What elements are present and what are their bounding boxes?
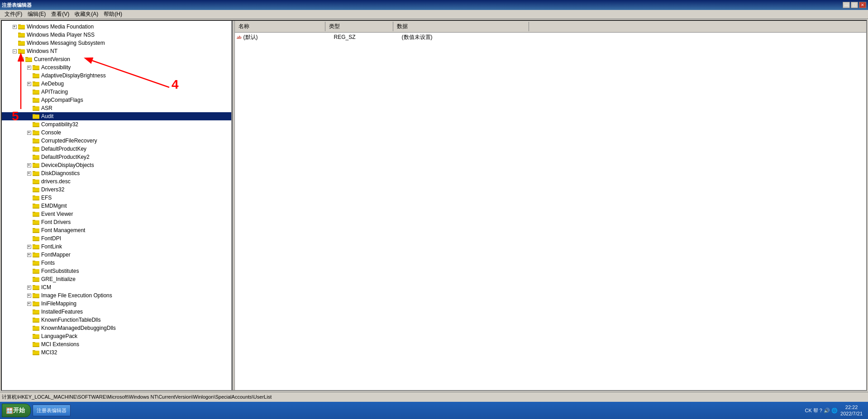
tree-item[interactable]: Windows Media Player NSS	[2, 31, 231, 39]
tree-item[interactable]: + IniFileMapping	[2, 300, 231, 308]
folder-icon	[33, 292, 40, 299]
expand-placeholder	[25, 316, 33, 324]
taskbar: 🪟 开始注册表编辑器CK 帮 ? 🔊 🌐 22:222022/7/21	[0, 402, 868, 419]
expand-button[interactable]: +	[25, 284, 33, 291]
tree-item[interactable]: − CurrentVersion	[2, 55, 231, 63]
svg-rect-76	[33, 164, 39, 167]
folder-icon	[33, 309, 40, 315]
tree-item[interactable]: APITracing	[2, 88, 231, 96]
tree-item[interactable]: InstalledFeatures	[2, 308, 231, 316]
tree-item[interactable]: + Image File Execution Options	[2, 291, 231, 300]
registry-row[interactable]: ab(默认)REG_SZ(数值未设置)	[235, 33, 866, 42]
tree-item[interactable]: + DeviceDisplayObjects	[2, 161, 231, 169]
tree-item[interactable]: LanguagePack	[2, 332, 231, 340]
tree-item[interactable]: Drivers32	[2, 186, 231, 194]
tree-item[interactable]: KnownFunctionTableDlls	[2, 316, 231, 324]
tree-item[interactable]: Fonts	[2, 259, 231, 267]
expand-button[interactable]: +	[25, 162, 33, 169]
tree-item[interactable]: KnownManagedDebuggingDlls	[2, 324, 231, 332]
tree-item-label: CorruptedFileRecovery	[41, 138, 97, 144]
column-header-名称[interactable]: 名称	[235, 22, 325, 31]
tree-item[interactable]: AppCompatFlags	[2, 96, 231, 104]
svg-marker-43	[33, 98, 35, 99]
svg-rect-40	[33, 91, 39, 94]
tree-item[interactable]: Windows Messaging Subsystem	[2, 39, 231, 47]
expand-button[interactable]: −	[18, 56, 25, 63]
tree-item[interactable]: DefaultProductKey2	[2, 153, 231, 161]
tree-item[interactable]: + Accessibility	[2, 63, 231, 71]
tree-item[interactable]: GRE_Initialize	[2, 275, 231, 283]
tree-item[interactable]: DefaultProductKey	[2, 145, 231, 153]
tree-item[interactable]: + DiskDiagnostics	[2, 169, 231, 177]
folder-icon	[33, 81, 40, 87]
tree-item-label: Accessibility	[41, 64, 71, 71]
folder-icon	[33, 317, 40, 323]
close-button[interactable]: ✕	[859, 2, 866, 8]
maximize-button[interactable]: □	[851, 2, 858, 8]
tree-item[interactable]: + AeDebug	[2, 80, 231, 88]
tree-item-label: EFS	[41, 195, 52, 201]
column-header-类型[interactable]: 类型	[325, 22, 393, 31]
tree-item[interactable]: FontSubstitutes	[2, 267, 231, 275]
menu-item-编辑(E)[interactable]: 编辑(E)	[25, 10, 48, 19]
expand-button[interactable]: +	[25, 300, 33, 307]
tree-item-label: DeviceDisplayObjects	[41, 162, 94, 168]
menu-item-查看(V)[interactable]: 查看(V)	[48, 10, 72, 19]
status-text: 计算机\HKEY_LOCAL_MACHINE\SOFTWARE\Microsof…	[2, 394, 272, 400]
expand-button[interactable]: +	[25, 243, 33, 250]
menu-item-收藏夹(A)[interactable]: 收藏夹(A)	[72, 10, 101, 19]
svg-marker-91	[33, 195, 35, 196]
start-button[interactable]: 🪟 开始	[2, 404, 31, 417]
svg-marker-163	[33, 342, 35, 343]
expand-button[interactable]: +	[25, 64, 33, 71]
expand-button[interactable]: +	[25, 251, 33, 258]
expand-button[interactable]: +	[25, 80, 33, 87]
tree-item[interactable]: Font Management	[2, 226, 231, 234]
expand-placeholder	[25, 210, 33, 218]
tree-item[interactable]: AdaptiveDisplayBrightness	[2, 71, 231, 80]
svg-rect-168	[33, 352, 39, 354]
tree-item[interactable]: CorruptedFileRecovery	[2, 137, 231, 145]
menu-item-文件(F)[interactable]: 文件(F)	[2, 10, 25, 19]
column-header-数据[interactable]: 数据	[393, 22, 529, 31]
folder-icon	[33, 146, 40, 152]
tree-item[interactable]: FontDPI	[2, 234, 231, 243]
expand-placeholder	[25, 276, 33, 283]
expand-button[interactable]: +	[11, 23, 18, 30]
tree-item[interactable]: Compatibility32	[2, 120, 231, 129]
expand-button[interactable]: −	[11, 48, 18, 55]
svg-marker-151	[33, 318, 35, 319]
folder-icon	[33, 333, 40, 339]
taskbar-window-button[interactable]: 注册表编辑器	[33, 405, 71, 416]
tree-item-label: FontMapper	[41, 252, 71, 258]
tree-item[interactable]: EFS	[2, 194, 231, 202]
menu-item-帮助(H)[interactable]: 帮助(H)	[101, 10, 125, 19]
tree-item-label: Image File Execution Options	[41, 292, 112, 299]
tree-item[interactable]: + Console	[2, 129, 231, 137]
svg-rect-80	[33, 172, 39, 175]
tree-item[interactable]: + FontMapper	[2, 251, 231, 259]
svg-rect-128	[33, 270, 39, 273]
tree-item[interactable]: MCI32	[2, 348, 231, 357]
tree-item[interactable]: + Windows Media Foundation	[2, 23, 231, 31]
tree-item[interactable]: MCI Extensions	[2, 340, 231, 348]
expand-placeholder	[25, 88, 33, 95]
expand-button[interactable]: +	[25, 129, 33, 136]
folder-icon	[33, 243, 40, 250]
expand-placeholder	[25, 145, 33, 152]
tree-item[interactable]: Font Drivers	[2, 218, 231, 226]
tree-item[interactable]: EMDMgmt	[2, 202, 231, 210]
tree-item[interactable]: Audit	[2, 112, 231, 120]
expand-button[interactable]: +	[25, 170, 33, 177]
tree-item[interactable]: Event Viewer	[2, 210, 231, 218]
tree-item[interactable]: + ICM	[2, 283, 231, 291]
svg-rect-160	[33, 335, 39, 338]
tree-item[interactable]: + FontLink	[2, 243, 231, 251]
tree-item[interactable]: − Windows NT	[2, 47, 231, 55]
expand-button[interactable]: +	[25, 292, 33, 299]
svg-marker-147	[33, 309, 35, 310]
tree-item[interactable]: ASR	[2, 104, 231, 112]
minimize-button[interactable]: —	[843, 2, 850, 8]
expand-placeholder	[25, 153, 33, 161]
tree-item[interactable]: drivers.desc	[2, 177, 231, 186]
